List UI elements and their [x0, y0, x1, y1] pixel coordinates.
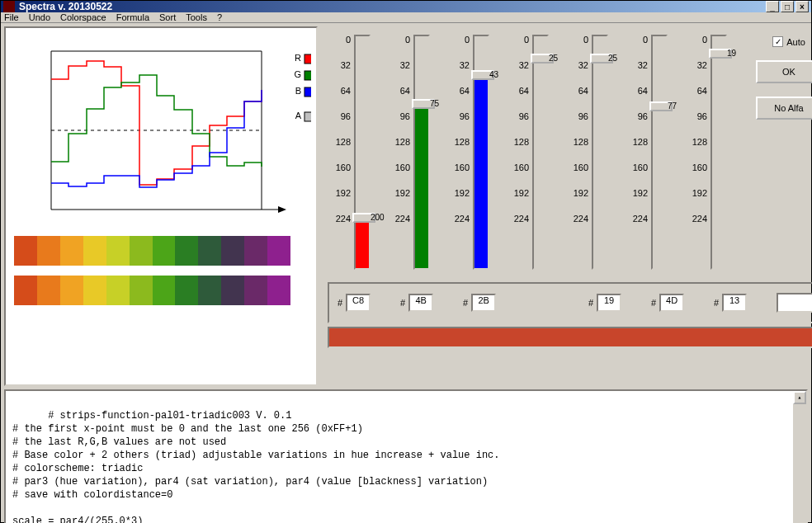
vertical-scrollbar[interactable]: ▴ ▾: [793, 391, 806, 523]
tick-label: 32: [626, 60, 648, 70]
tick-label: 96: [626, 111, 648, 121]
upper-section: R G B A 03264961281601922242000326496128: [4, 26, 808, 386]
hex-cell-2: #2B: [463, 294, 519, 312]
hex-input-4[interactable]: 19: [597, 294, 621, 312]
hex-input-2[interactable]: 2B: [471, 294, 496, 312]
menu-undo[interactable]: Undo: [29, 12, 50, 22]
hex-input-6[interactable]: 13: [722, 294, 747, 312]
tick-label: 160: [508, 163, 529, 172]
menu-colorspace[interactable]: Colorspace: [60, 12, 106, 22]
hex-prefix: #: [588, 298, 593, 308]
slider-value-label: 25: [549, 54, 558, 63]
menu-formula[interactable]: Formula: [116, 12, 149, 22]
slider-3[interactable]: 032649612816019222425: [506, 28, 562, 279]
slider-track[interactable]: [413, 35, 430, 270]
hex-cell-5: #4D: [651, 294, 707, 312]
tick-label: 224: [448, 214, 470, 224]
tick-label: 192: [389, 188, 410, 198]
menu-tools[interactable]: Tools: [186, 12, 207, 22]
tick-label: 128: [686, 137, 707, 147]
hex-input-0[interactable]: C8: [346, 294, 371, 312]
slider-track[interactable]: [710, 35, 727, 270]
slider-track[interactable]: [592, 35, 608, 270]
maximize-button[interactable]: □: [781, 1, 794, 12]
menu-file[interactable]: File: [4, 12, 19, 22]
tick-label: 160: [686, 163, 707, 172]
graph-area: R G B A: [14, 36, 311, 226]
minimize-button[interactable]: _: [766, 1, 779, 12]
tick-label: 192: [567, 188, 588, 198]
window-controls: _ □ ×: [766, 1, 809, 12]
tick-label: 32: [329, 60, 351, 70]
slider-6[interactable]: 032649612816019222419: [684, 28, 740, 279]
sliders-row: 0326496128160192224200032649612816019222…: [326, 26, 812, 280]
slider-5[interactable]: 032649612816019222477: [625, 28, 681, 279]
checkbox-icon: ✓: [772, 36, 783, 47]
menu-help[interactable]: ?: [217, 12, 222, 22]
slider-fill: [415, 104, 428, 268]
legend-r-label: R: [295, 53, 301, 63]
tick-label: 224: [389, 214, 410, 224]
slider-2[interactable]: 032649612816019222443: [446, 28, 503, 279]
tick-label: 192: [508, 188, 529, 198]
svg-rect-6: [304, 54, 311, 64]
left-panel: R G B A: [4, 26, 318, 386]
tick-label: 0: [567, 35, 588, 45]
tick-label: 0: [329, 35, 351, 45]
result-color-bar: [328, 327, 812, 348]
right-panel: 0326496128160192224200032649612816019222…: [326, 26, 812, 386]
slider-track[interactable]: [651, 35, 668, 270]
content: R G B A 03264961281601922242000326496128: [1, 23, 811, 523]
svg-rect-9: [304, 112, 311, 121]
tick-label: 0: [448, 35, 470, 45]
slider-fill: [356, 218, 369, 268]
close-button[interactable]: ×: [795, 1, 809, 12]
slider-track[interactable]: [532, 35, 549, 270]
noalfa-button[interactable]: No Alfa: [756, 97, 812, 120]
scroll-up-icon[interactable]: ▴: [793, 391, 806, 404]
slider-1[interactable]: 032649612816019222475: [387, 28, 443, 279]
hex-row: #C8#4B#2B#19#4D#13: [328, 282, 812, 323]
menubar: File Undo Colorspace Formula Sort Tools …: [1, 12, 811, 23]
hex-cell-4: #19: [588, 294, 644, 312]
ok-button[interactable]: OK: [756, 60, 812, 83]
slider-4[interactable]: 032649612816019222425: [565, 28, 621, 279]
buttons-panel: ✓ Auto OK No Alfa: [744, 28, 812, 279]
slider-track[interactable]: [473, 35, 489, 270]
tick-label: 160: [448, 163, 470, 172]
tick-label: 128: [448, 137, 470, 147]
auto-checkbox[interactable]: ✓ Auto: [772, 36, 805, 47]
slider-value-label: 25: [608, 54, 617, 63]
menu-sort[interactable]: Sort: [159, 12, 176, 22]
gradient-strip-2: [14, 276, 290, 305]
hex-cell-0: #C8: [338, 294, 394, 312]
window-title: Spectra v. 20130522: [19, 1, 766, 12]
hex-input-5[interactable]: 4D: [659, 294, 684, 312]
tick-label: 32: [508, 60, 529, 70]
slider-0[interactable]: 0326496128160192224200: [328, 28, 384, 279]
tick-label: 160: [567, 163, 588, 172]
tick-label: 32: [389, 60, 410, 70]
tick-label: 128: [508, 137, 529, 147]
script-textarea[interactable]: # strips-function-pal01-triadic003 V. 0.…: [4, 389, 808, 523]
tick-label: 64: [626, 86, 648, 96]
tick-label: 224: [626, 214, 648, 224]
slider-value-label: 43: [489, 70, 498, 79]
tick-label: 128: [329, 137, 351, 147]
legend-b-label: B: [295, 86, 301, 96]
svg-marker-2: [278, 206, 286, 213]
gradient-strip-1: [14, 236, 290, 266]
slider-track[interactable]: [354, 35, 371, 270]
tick-label: 64: [686, 86, 707, 96]
tick-label: 192: [448, 188, 470, 198]
tick-label: 64: [329, 86, 351, 96]
hex-input-1[interactable]: 4B: [408, 294, 433, 312]
tick-label: 160: [626, 163, 648, 172]
hex-prefix: #: [651, 298, 656, 308]
tick-label: 160: [329, 163, 351, 172]
tick-label: 96: [448, 111, 470, 121]
tick-label: 0: [508, 35, 529, 45]
titlebar: Spectra v. 20130522 _ □ ×: [1, 1, 811, 12]
slider-value-label: 75: [430, 99, 439, 108]
slider-value-label: 200: [371, 213, 385, 222]
